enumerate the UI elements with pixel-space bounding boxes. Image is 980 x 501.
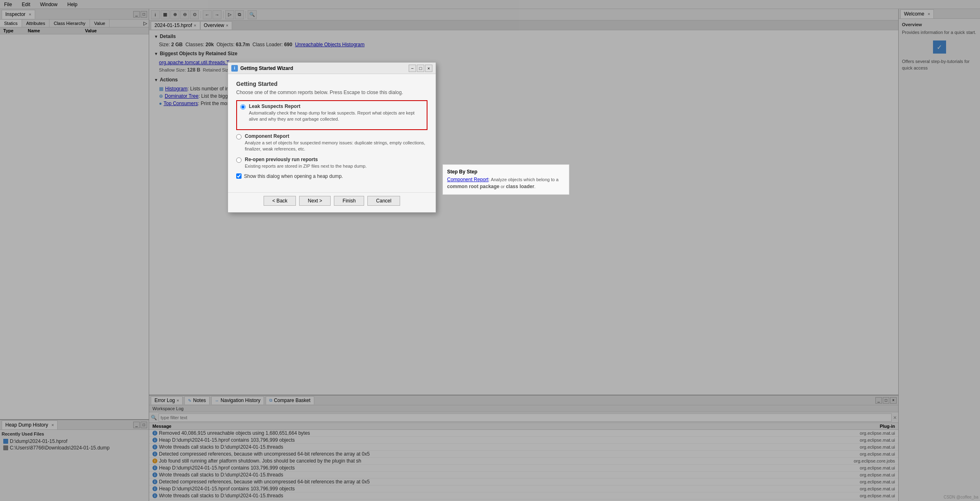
leak-suspects-option: Leak Suspects Report Automatically check…: [240, 103, 423, 123]
dialog-close-btn[interactable]: ×: [425, 65, 432, 72]
show-dialog-checkbox-row: Show this dialog when opening a heap dum…: [236, 173, 427, 179]
component-report-radio[interactable]: [236, 134, 242, 139]
show-dialog-label: Show this dialog when opening a heap dum…: [244, 173, 343, 179]
dialog-title-text: Getting Started Wizard: [240, 65, 409, 71]
leak-suspects-option-box: Leak Suspects Report Automatically check…: [236, 100, 427, 130]
reopen-option: Re-open previously run reports Existing …: [236, 157, 427, 169]
next-button[interactable]: Next >: [299, 196, 331, 206]
leak-suspects-radio[interactable]: [240, 104, 246, 110]
reopen-label: Re-open previously run reports: [245, 157, 367, 162]
dialog-buttons: < Back Next > Finish Cancel: [228, 192, 436, 212]
component-report-label: Component Report: [245, 133, 427, 139]
component-report-desc: Analyze a set of objects for suspected m…: [245, 140, 427, 153]
step-by-step-desc: Component Report: Analyze objects which …: [447, 176, 565, 190]
dialog-maximize-btn[interactable]: □: [417, 65, 424, 72]
leak-suspects-label: Leak Suspects Report: [249, 103, 423, 109]
step-by-step-title: Step By Step: [447, 169, 565, 175]
component-report-option: Component Report Analyze a set of object…: [236, 133, 427, 153]
dialog-content: Getting Started Choose one of the common…: [228, 74, 436, 191]
step-by-step-panel: Step By Step Component Report: Analyze o…: [443, 164, 569, 195]
component-report-link-step[interactable]: Component Report: [447, 177, 488, 182]
dialog-subtext: Choose one of the common reports below. …: [236, 90, 427, 95]
dialog-title-controls: − □ ×: [409, 65, 432, 72]
getting-started-dialog: i Getting Started Wizard − □ × Getting S…: [228, 62, 436, 213]
dialog-title-bar: i Getting Started Wizard − □ ×: [228, 63, 436, 74]
dialog-icon: i: [231, 65, 238, 72]
dialog-overlay: i Getting Started Wizard − □ × Getting S…: [0, 0, 980, 501]
cancel-button[interactable]: Cancel: [367, 196, 400, 206]
leak-suspects-desc: Automatically check the heap dump for le…: [249, 110, 423, 123]
show-dialog-checkbox[interactable]: [236, 173, 242, 179]
dialog-heading: Getting Started: [236, 81, 427, 87]
dialog-minimize-btn[interactable]: −: [409, 65, 416, 72]
reopen-desc: Existing reports are stored in ZIP files…: [245, 163, 367, 169]
back-button[interactable]: < Back: [264, 196, 296, 206]
finish-button[interactable]: Finish: [334, 196, 364, 206]
reopen-radio[interactable]: [236, 157, 242, 163]
